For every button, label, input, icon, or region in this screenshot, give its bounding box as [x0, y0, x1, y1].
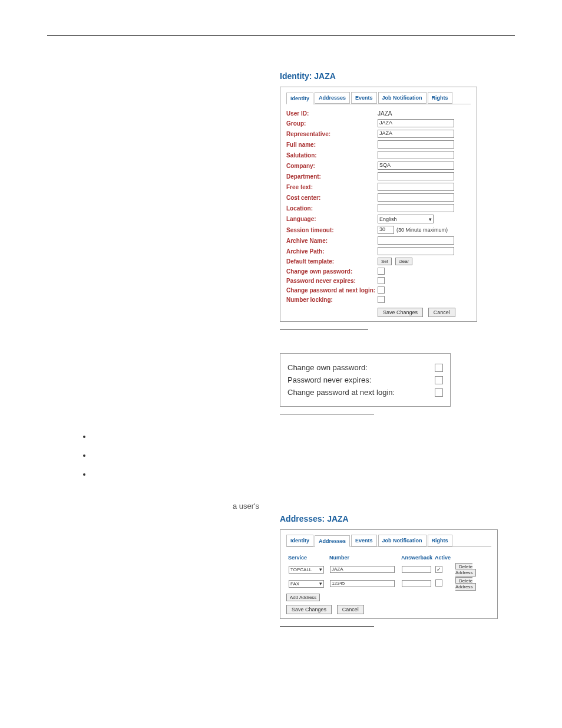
col-number: Number: [329, 554, 399, 562]
zoom-checkbox-change-own-password[interactable]: [435, 364, 443, 372]
label-group: Group:: [286, 120, 378, 127]
label-password-never-expires: Password never expires:: [286, 278, 378, 284]
checkbox-number-locking[interactable]: [378, 296, 385, 303]
page-top-rule: [47, 35, 515, 36]
list-item: [91, 451, 515, 459]
tab-addresses[interactable]: Addresses: [315, 535, 350, 547]
checkbox-password-never-expires[interactable]: [378, 277, 385, 284]
select-service-1[interactable]: FAX▾: [289, 580, 324, 588]
clear-button[interactable]: clear: [395, 258, 412, 265]
a-users-text: a user's: [233, 502, 515, 510]
label-language: Language:: [286, 216, 378, 222]
tab-rights[interactable]: Rights: [428, 92, 452, 104]
input-answerback-0[interactable]: [402, 566, 431, 573]
checkbox-active-0[interactable]: ✓: [435, 566, 442, 573]
addresses-screenshot: Identity Addresses Events Job Notificati…: [280, 529, 498, 619]
input-full-name[interactable]: [378, 140, 454, 149]
tab-rights[interactable]: Rights: [428, 535, 452, 546]
col-service: Service: [287, 554, 328, 562]
select-service-0-value: TOPCALL: [290, 567, 312, 572]
label-change-own-password: Change own password:: [286, 268, 378, 275]
save-changes-button[interactable]: Save Changes: [378, 308, 423, 317]
tab-job-notification[interactable]: Job Notification: [378, 535, 427, 546]
checkbox-change-own-password[interactable]: [378, 268, 385, 275]
label-salutation: Salutation:: [286, 152, 378, 159]
tab-identity[interactable]: Identity: [286, 535, 313, 546]
list-item: [91, 470, 515, 478]
input-answerback-1[interactable]: [402, 580, 431, 587]
tab-addresses[interactable]: Addresses: [315, 92, 350, 104]
col-active: Active: [434, 554, 453, 562]
label-session-timeout: Session timeout:: [286, 227, 378, 233]
select-service-1-value: FAX: [290, 581, 299, 587]
zoom-checkbox-change-password-next-login[interactable]: [435, 388, 443, 397]
label-representative: Representative:: [286, 131, 378, 137]
select-service-0[interactable]: TOPCALL▾: [289, 566, 324, 574]
label-free-text: Free text:: [286, 184, 378, 190]
table-row: FAX▾ 12345 Delete Address: [287, 577, 490, 590]
label-department: Department:: [286, 173, 378, 180]
zoom-label-password-never-expires: Password never expires:: [287, 375, 371, 384]
label-user-id: User ID:: [286, 110, 378, 117]
bullet-list: [68, 432, 515, 478]
label-archive-name: Archive Name:: [286, 238, 378, 244]
label-archive-path: Archive Path:: [286, 248, 378, 255]
delete-address-button-0[interactable]: Delete Address: [455, 563, 476, 577]
input-salutation[interactable]: [378, 151, 454, 159]
checkbox-change-password-next-login[interactable]: [378, 286, 385, 294]
label-default-template: Default template:: [286, 258, 378, 265]
input-cost-center[interactable]: [378, 193, 454, 202]
cancel-button[interactable]: Cancel: [428, 308, 455, 317]
divider: [280, 626, 374, 627]
label-cost-center: Cost center:: [286, 195, 378, 201]
label-number-locking: Number locking:: [286, 297, 378, 303]
identity-screenshot: Identity Addresses Events Job Notificati…: [280, 87, 477, 322]
add-address-button[interactable]: Add Address: [286, 594, 320, 601]
select-language[interactable]: English ▾: [378, 215, 434, 223]
set-button[interactable]: Set: [378, 258, 392, 265]
tab-events[interactable]: Events: [351, 535, 377, 546]
input-company[interactable]: SQA: [378, 162, 454, 170]
value-user-id: JAZA: [378, 110, 392, 117]
input-number-0[interactable]: JAZA: [330, 566, 395, 573]
zoom-label-change-password-next-login: Change password at next login:: [287, 388, 395, 397]
label-full-name: Full name:: [286, 141, 378, 148]
chevron-down-icon: ▾: [429, 216, 432, 222]
chevron-down-icon: ▾: [319, 581, 322, 587]
input-archive-path[interactable]: [378, 247, 454, 255]
input-department[interactable]: [378, 172, 454, 180]
label-company: Company:: [286, 163, 378, 169]
addresses-tabs: Identity Addresses Events Job Notificati…: [286, 535, 491, 547]
tab-identity[interactable]: Identity: [286, 93, 313, 104]
checkbox-active-1[interactable]: [435, 579, 442, 587]
col-answerback: Answerback: [401, 554, 433, 562]
zoom-checkbox-password-never-expires[interactable]: [435, 376, 443, 384]
identity-tabs: Identity Addresses Events Job Notificati…: [286, 92, 471, 104]
tab-job-notification[interactable]: Job Notification: [378, 92, 427, 104]
list-item: [91, 432, 515, 440]
input-location[interactable]: [378, 204, 454, 212]
table-row: TOPCALL▾ JAZA ✓ Delete Address: [287, 563, 490, 576]
zoom-label-change-own-password: Change own password:: [287, 363, 368, 372]
label-change-password-next-login: Change password at next login:: [286, 287, 378, 294]
chevron-down-icon: ▾: [319, 566, 322, 572]
identity-title: Identity: JAZA: [280, 71, 515, 81]
addresses-table: Service Number Answerback Active TOPCALL…: [286, 553, 491, 591]
label-location: Location:: [286, 205, 378, 212]
divider: [280, 329, 368, 330]
password-options-zoom: Change own password: Password never expi…: [280, 353, 451, 407]
addresses-title: Addresses: JAZA: [280, 514, 515, 523]
input-free-text[interactable]: [378, 183, 454, 191]
input-group[interactable]: JAZA: [378, 119, 454, 127]
save-changes-button[interactable]: Save Changes: [286, 605, 332, 614]
tab-events[interactable]: Events: [351, 92, 377, 104]
delete-address-button-1[interactable]: Delete Address: [455, 577, 476, 591]
input-archive-name[interactable]: [378, 236, 454, 245]
input-number-1[interactable]: 12345: [330, 580, 395, 587]
input-representative[interactable]: JAZA: [378, 130, 454, 138]
hint-session-timeout: (30 Minute maximum): [396, 227, 448, 233]
divider: [280, 414, 374, 414]
select-language-value: English: [379, 216, 397, 222]
input-session-timeout[interactable]: 30: [378, 226, 394, 234]
cancel-button[interactable]: Cancel: [337, 605, 364, 614]
